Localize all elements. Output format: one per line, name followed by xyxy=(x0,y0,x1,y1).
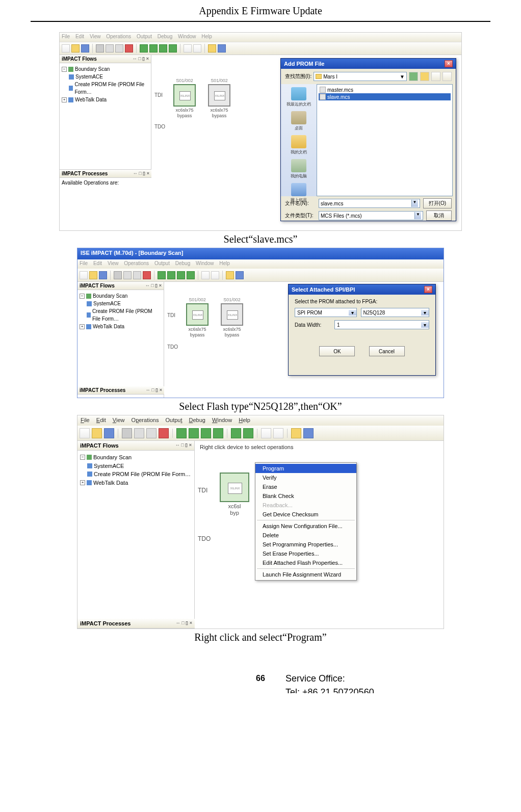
file-slave[interactable]: slave.mcs xyxy=(327,94,350,100)
wrench-icon[interactable] xyxy=(291,428,301,438)
g4-icon[interactable] xyxy=(169,44,177,53)
menu-operations[interactable]: Operations xyxy=(124,260,149,266)
b2-icon[interactable] xyxy=(211,271,219,279)
g1-icon[interactable] xyxy=(176,428,187,438)
ctx-blank-check[interactable]: Blank Check xyxy=(255,491,356,501)
pane-controls[interactable]: ↔ □ ▯ × xyxy=(175,442,192,449)
menu-view[interactable]: View xyxy=(113,417,125,423)
open-icon[interactable] xyxy=(89,271,97,279)
copy-icon[interactable] xyxy=(106,44,114,53)
save-icon[interactable] xyxy=(81,44,89,53)
menu-output[interactable]: Output xyxy=(154,260,170,266)
copy-icon[interactable] xyxy=(123,271,132,279)
recent-icon[interactable] xyxy=(291,87,306,100)
tree-systemace[interactable]: SystemACE xyxy=(94,462,124,470)
g3-icon[interactable] xyxy=(177,271,185,279)
menu-help[interactable]: Help xyxy=(239,417,250,423)
menu-window[interactable]: Window xyxy=(196,260,214,266)
mycomp-icon[interactable] xyxy=(291,159,306,172)
g4-icon[interactable] xyxy=(187,271,195,279)
pane-controls[interactable]: ↔ □ ▯ × xyxy=(145,283,162,289)
tree-create-prom[interactable]: Create PROM File (PROM File Form… xyxy=(74,81,149,96)
filetype-field[interactable]: MCS Files (*.mcs)▼ xyxy=(319,211,423,220)
b2-icon[interactable] xyxy=(193,44,201,53)
save-icon[interactable] xyxy=(99,271,107,279)
ctx-set-erase-properties-[interactable]: Set Erase Properties... xyxy=(255,549,356,558)
g1-icon[interactable] xyxy=(158,271,166,279)
up-icon[interactable] xyxy=(420,72,429,81)
menu-debug[interactable]: Debug xyxy=(158,34,172,39)
g3-icon[interactable] xyxy=(201,428,211,438)
tree-create-prom[interactable]: Create PROM File (PROM File Form… xyxy=(94,470,191,479)
cancel-button[interactable]: Cancel xyxy=(369,346,405,356)
mydocs-icon[interactable] xyxy=(291,135,306,148)
proc-controls[interactable]: ↔ □ ▯ × xyxy=(176,620,192,626)
copy-icon[interactable] xyxy=(134,428,144,438)
menu-operations[interactable]: Operations xyxy=(106,34,131,39)
b1-icon[interactable] xyxy=(201,271,210,279)
menu-edit[interactable]: Edit xyxy=(75,34,84,39)
menu-help[interactable]: Help xyxy=(219,260,230,266)
lookin-combo[interactable]: Mars I ▼ xyxy=(314,72,407,81)
g5-icon[interactable] xyxy=(231,428,241,438)
menu-window[interactable]: Window xyxy=(212,417,232,423)
new-icon[interactable] xyxy=(62,44,70,53)
menu-debug[interactable]: Debug xyxy=(175,260,190,266)
cancel-button[interactable]: 取消 xyxy=(426,211,452,221)
menu-output[interactable]: Output xyxy=(137,34,152,39)
ctx-set-programming-properties-[interactable]: Set Programming Properties... xyxy=(255,540,356,549)
b1-icon[interactable] xyxy=(261,428,271,438)
g3-icon[interactable] xyxy=(159,44,167,53)
open-button[interactable]: 打开(O) xyxy=(423,198,452,208)
ctx-edit-attached-flash-properties-[interactable]: Edit Attached Flash Properties... xyxy=(255,558,356,567)
ctx-erase[interactable]: Erase xyxy=(255,482,356,491)
cut-icon[interactable] xyxy=(122,428,132,438)
menu-operations[interactable]: Operations xyxy=(132,417,159,423)
filename-field[interactable]: slave.mcs▼ xyxy=(319,199,420,208)
ctx-verify[interactable]: Verify xyxy=(255,473,356,482)
tree-webtalk[interactable]: WebTalk Data xyxy=(93,323,124,330)
desktop-icon[interactable] xyxy=(291,111,306,124)
g6-icon[interactable] xyxy=(243,428,253,438)
stop-icon[interactable] xyxy=(125,44,133,53)
g2-icon[interactable] xyxy=(167,271,175,279)
paste-icon[interactable] xyxy=(115,44,123,53)
close-icon[interactable]: × xyxy=(445,60,453,67)
help-icon[interactable] xyxy=(218,44,226,53)
tree-boundary-scan[interactable]: Boundary Scan xyxy=(75,65,110,73)
ctx-program[interactable]: Program xyxy=(255,464,356,473)
menu-edit[interactable]: Edit xyxy=(96,417,106,423)
g2-icon[interactable] xyxy=(189,428,199,438)
wrench-icon[interactable] xyxy=(208,44,216,53)
menu-view[interactable]: View xyxy=(108,260,119,266)
newfolder-icon[interactable] xyxy=(431,72,440,81)
tree-systemace[interactable]: SystemACE xyxy=(93,300,121,307)
menu-edit[interactable]: Edit xyxy=(93,260,102,266)
tree-boundary-scan[interactable]: Boundary Scan xyxy=(93,292,127,300)
file-list[interactable]: master.mcs slave.mcs xyxy=(317,84,453,196)
menu-help[interactable]: Help xyxy=(201,34,212,39)
open-icon[interactable] xyxy=(71,44,80,53)
tree-webtalk[interactable]: WebTalk Data xyxy=(93,479,128,487)
menu-output[interactable]: Output xyxy=(165,417,182,423)
menu-file[interactable]: File xyxy=(80,260,88,266)
ctx-delete[interactable]: Delete xyxy=(255,531,356,540)
new-icon[interactable] xyxy=(80,428,90,438)
g4-icon[interactable] xyxy=(213,428,223,438)
mynet-icon[interactable] xyxy=(291,183,306,196)
ctx-assign-new-configuration-file-[interactable]: Assign New Configuration File... xyxy=(255,521,356,531)
stop-icon[interactable] xyxy=(159,428,169,438)
tree-create-prom[interactable]: Create PROM File (PROM File Form… xyxy=(92,307,162,323)
help-icon[interactable] xyxy=(236,271,244,279)
save-icon[interactable] xyxy=(104,428,114,438)
g2-icon[interactable] xyxy=(149,44,158,53)
b2-icon[interactable] xyxy=(273,428,283,438)
ok-button[interactable]: OK xyxy=(319,346,355,356)
prom-type-combo[interactable]: SPI PROM▾ xyxy=(295,308,357,317)
pane-controls[interactable]: ↔ □ ▯ × xyxy=(133,56,149,62)
menu-file[interactable]: File xyxy=(62,34,70,39)
proc-controls[interactable]: ↔ □ ▯ × xyxy=(133,171,149,176)
menu-view[interactable]: View xyxy=(90,34,101,39)
g1-icon[interactable] xyxy=(140,44,148,53)
ctx-launch-file-assignment-wizard[interactable]: Launch File Assignment Wizard xyxy=(255,570,356,579)
